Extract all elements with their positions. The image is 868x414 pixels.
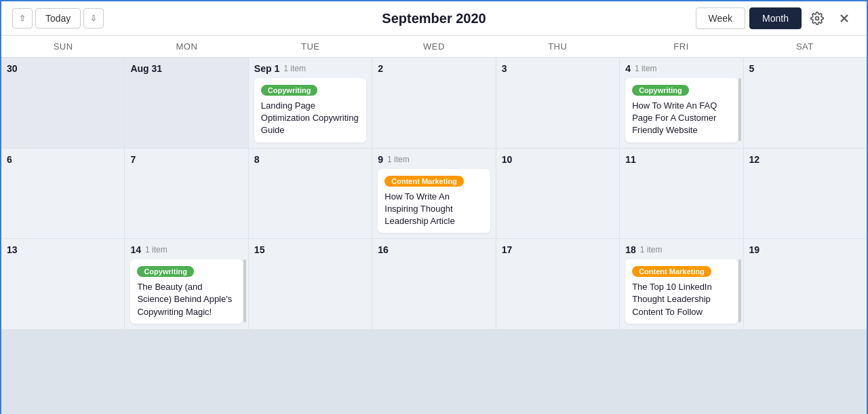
cell-date: 7 [130, 154, 136, 165]
cell-header: 6 [7, 154, 119, 165]
calendar-cell-sep16: 16 [372, 239, 495, 329]
cell-date: 4 [625, 63, 631, 74]
header-right: Week Month [696, 7, 856, 30]
calendar-cell-sep7: 7 [125, 149, 248, 239]
event-tag: Copywriting [261, 85, 318, 96]
day-header-wed: WED [372, 36, 496, 57]
cell-header: 30 [7, 63, 119, 74]
event-title: The Top 10 LinkedIn Thought Leadership C… [632, 281, 730, 318]
event-tag: Content Marketing [632, 266, 711, 277]
cell-date: 18 [625, 244, 636, 255]
calendar-cell-sep6: 6 [1, 149, 124, 239]
item-count: 1 item [640, 245, 663, 255]
today-button[interactable]: Today [35, 8, 81, 29]
day-header-thu: THU [496, 36, 619, 57]
cell-header: 5 [749, 63, 861, 74]
calendar-cell-sep9: 9 1 item Content Marketing How To Write … [372, 149, 495, 239]
calendar-cell-sep13: 13 [1, 239, 124, 329]
day-header-tue: TUE [249, 36, 372, 57]
calendar-header: ⇧ Today ⇩ September 2020 Week Month [1, 1, 867, 36]
event-title: Landing Page Optimization Copywriting Gu… [261, 100, 359, 137]
cell-header: 8 [254, 154, 366, 165]
cell-date: 11 [625, 154, 636, 165]
item-count: 1 item [387, 155, 410, 164]
cell-header: Sep 1 1 item [254, 63, 366, 74]
event-tag: Copywriting [632, 85, 689, 96]
cell-header: 16 [378, 244, 490, 255]
cell-header: 15 [254, 244, 366, 255]
cell-date: 8 [254, 154, 260, 165]
calendar-cell-sep8: 8 [249, 149, 372, 239]
calendar-cell-aug31: Aug 31 [125, 58, 248, 148]
calendar-cell-aug30: 30 [1, 58, 124, 148]
event-title: The Beauty (and Science) Behind Apple's … [137, 281, 235, 318]
item-count: 1 item [145, 245, 167, 255]
calendar-cell-sep5: 5 [744, 58, 867, 148]
item-count: 1 item [283, 64, 306, 73]
nav-controls: ⇧ Today ⇩ [12, 8, 104, 29]
cell-date: 2 [378, 63, 383, 74]
item-count: 1 item [635, 64, 657, 73]
event-title: How To Write An Inspiring Thought Leader… [384, 191, 483, 228]
cell-date: 6 [7, 154, 12, 165]
event-card[interactable]: Content Marketing The Top 10 LinkedIn Th… [625, 259, 737, 324]
calendar-cell-sep11: 11 [620, 149, 743, 239]
cell-date: 3 [502, 63, 507, 74]
cell-header: 12 [749, 154, 861, 165]
cell-date: 19 [749, 244, 760, 255]
event-card[interactable]: Copywriting Landing Page Optimization Co… [254, 78, 366, 143]
calendar-container: ⇧ Today ⇩ September 2020 Week Month [0, 0, 868, 414]
cell-header: 4 1 item [625, 63, 737, 74]
cell-date: 15 [254, 244, 265, 255]
calendar-title: September 2020 [382, 11, 486, 26]
day-header-sun: SUN [1, 36, 125, 57]
event-tag: Content Marketing [384, 176, 464, 187]
cell-header: 13 [7, 244, 119, 255]
cell-date: Sep 1 [254, 63, 279, 74]
cell-date: 13 [7, 244, 18, 255]
cell-header: 11 [625, 154, 737, 165]
cell-header: 17 [502, 244, 614, 255]
cell-header: Aug 31 [130, 63, 242, 74]
day-headers: SUN MON TUE WED THU FRI SAT [1, 36, 867, 58]
event-card[interactable]: Content Marketing How To Write An Inspir… [378, 169, 490, 233]
calendar-cell-sep10: 10 [496, 149, 619, 239]
day-header-sat: SAT [743, 36, 867, 57]
next-button[interactable]: ⇩ [83, 8, 104, 29]
svg-point-0 [816, 17, 819, 20]
week-view-button[interactable]: Week [696, 7, 746, 29]
calendar-cell-sep18: 18 1 item Content Marketing The Top 10 L… [620, 239, 743, 329]
cell-header: 3 [502, 63, 614, 74]
event-card[interactable]: Copywriting The Beauty (and Science) Beh… [130, 259, 242, 324]
day-header-mon: MON [125, 36, 248, 57]
calendar-cell-sep2: 2 [372, 58, 495, 148]
cell-date: 9 [378, 154, 383, 165]
close-icon [837, 12, 851, 25]
prev-button[interactable]: ⇧ [12, 8, 33, 29]
calendar-cell-sep15: 15 [249, 239, 372, 329]
cell-header: 9 1 item [378, 154, 490, 165]
event-title: How To Write An FAQ Page For A Customer … [632, 100, 730, 137]
month-view-button[interactable]: Month [749, 7, 802, 29]
cell-date: 14 [130, 244, 141, 255]
cell-header: 18 1 item [625, 244, 737, 255]
cell-date: 17 [502, 244, 513, 255]
event-tag: Copywriting [137, 266, 194, 277]
gear-icon [810, 12, 824, 25]
calendar-cell-sep4: 4 1 item Copywriting How To Write An FAQ… [620, 58, 743, 148]
cell-date: 16 [378, 244, 389, 255]
cell-header: 2 [378, 63, 490, 74]
calendar-cell-sep12: 12 [744, 149, 867, 239]
calendar-grid: 30 Aug 31 Sep 1 1 item Copywriting Landi… [1, 58, 867, 414]
event-card[interactable]: Copywriting How To Write An FAQ Page For… [625, 78, 737, 143]
calendar-cell-sep3: 3 [496, 58, 619, 148]
cell-date: Aug 31 [130, 63, 162, 74]
close-button[interactable] [833, 7, 856, 30]
cell-date: 12 [749, 154, 760, 165]
calendar-cell-sep1: Sep 1 1 item Copywriting Landing Page Op… [249, 58, 372, 148]
calendar-cell-sep17: 17 [496, 239, 619, 329]
cell-header: 19 [749, 244, 861, 255]
calendar-cell-sep19: 19 [744, 239, 867, 329]
day-header-fri: FRI [619, 36, 743, 57]
settings-button[interactable] [806, 7, 829, 30]
